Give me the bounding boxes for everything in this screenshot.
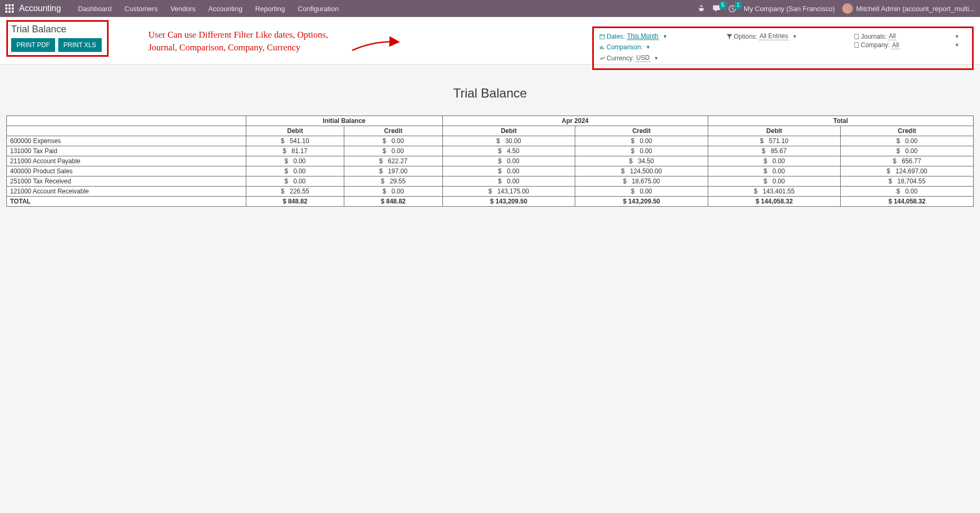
- filter-options-value: All Entries: [759, 32, 789, 40]
- table-cell: $ 197.00: [344, 166, 442, 176]
- company-switcher[interactable]: My Company (San Francisco): [744, 5, 835, 13]
- sub-header-debit1: Debit: [246, 126, 344, 136]
- caret-down-icon: ▼: [955, 34, 959, 39]
- account-cell: 400000 Product Sales: [7, 166, 246, 176]
- table-row: 131000 Tax Paid$ 81.17$ 0.00$ 4.50$ 0.00…: [7, 146, 974, 156]
- table-cell: $ 143,401.55: [708, 187, 841, 197]
- trial-balance-table: Initial Balance Apr 2024 Total Debit Cre…: [6, 116, 974, 207]
- bar-chart-icon: [599, 44, 605, 50]
- table-cell: $ 571.10: [708, 136, 841, 146]
- filter-company-value: All: [891, 41, 900, 49]
- table-cell: $ 0.00: [575, 136, 708, 146]
- filter-comparison[interactable]: Comparison: ▼: [599, 43, 726, 51]
- book-icon: [853, 33, 860, 40]
- total-cell: $ 143,209.50: [575, 197, 708, 207]
- filter-dates-value: This Month: [626, 32, 660, 40]
- table-cell: $ 0.00: [575, 146, 708, 156]
- annotation-arrow-icon: [347, 36, 400, 57]
- menu-accounting[interactable]: Accounting: [202, 5, 248, 13]
- caret-down-icon: ▼: [792, 34, 797, 39]
- annotation-line2: Journal, Comparison, Company, Currency: [148, 41, 328, 54]
- table-cell: $ 0.00: [442, 166, 575, 176]
- title-block: Trial Balance PRINT PDF PRINT XLS: [6, 20, 109, 57]
- menu-reporting[interactable]: Reporting: [249, 5, 291, 13]
- table-cell: $ 0.00: [575, 187, 708, 197]
- group-header-total: Total: [708, 116, 973, 126]
- table-cell: $ 226.55: [246, 187, 344, 197]
- calendar-icon: [599, 33, 605, 40]
- filter-currency[interactable]: Currency: USD ▼: [599, 54, 726, 62]
- total-cell: $ 144,058.32: [708, 197, 841, 207]
- filters-panel: Dates: This Month ▼ Options: All Entries…: [592, 26, 974, 70]
- caret-down-icon: ▼: [646, 45, 651, 50]
- sub-header-credit1: Credit: [344, 126, 442, 136]
- report-area: Trial Balance Initial Balance Apr 2024 T…: [0, 65, 980, 217]
- table-cell: $ 0.00: [442, 176, 575, 187]
- total-label: TOTAL: [7, 197, 246, 207]
- menu-customers[interactable]: Customers: [118, 5, 164, 13]
- table-row: 251000 Tax Received$ 0.00$ 29.55$ 0.00$ …: [7, 176, 974, 187]
- filter-options[interactable]: Options: All Entries ▼: [726, 32, 853, 40]
- print-xls-button[interactable]: PRINT XLS: [58, 38, 102, 52]
- line-chart-icon: [599, 55, 605, 61]
- apps-icon[interactable]: [5, 4, 14, 13]
- bug-icon[interactable]: [698, 5, 705, 12]
- menu-vendors[interactable]: Vendors: [164, 5, 202, 13]
- group-header-period: Apr 2024: [442, 116, 708, 126]
- table-cell: $ 541.10: [246, 136, 344, 146]
- discuss-icon[interactable]: 5: [712, 5, 721, 12]
- annotation-text: User Can use Different Filter Like dates…: [148, 29, 328, 54]
- caret-down-icon: ▼: [663, 34, 667, 39]
- caret-down-icon: ▼: [955, 42, 959, 48]
- table-cell: $ 18,675.00: [575, 176, 708, 187]
- app-brand[interactable]: Accounting: [19, 4, 61, 13]
- account-cell: 211000 Account Payable: [7, 156, 246, 166]
- filter-company-label: Company:: [861, 41, 890, 49]
- total-cell: $ 144,058.32: [841, 197, 974, 207]
- table-cell: $ 30.00: [442, 136, 575, 146]
- sub-header-empty: [7, 126, 246, 136]
- filter-currency-value: USD: [635, 54, 651, 62]
- menu-dashboard[interactable]: Dashboard: [72, 5, 118, 13]
- topbar-right: 5 1 My Company (San Francisco) Mitchell …: [698, 3, 980, 14]
- sub-header-debit2: Debit: [442, 126, 575, 136]
- group-header-initial: Initial Balance: [246, 116, 442, 126]
- filter-options-label: Options:: [734, 33, 758, 40]
- report-title: Trial Balance: [6, 86, 974, 101]
- table-cell: $ 0.00: [246, 176, 344, 187]
- total-cell: $ 848.82: [246, 197, 344, 207]
- activity-icon[interactable]: 1: [728, 5, 736, 13]
- sub-header-credit3: Credit: [841, 126, 974, 136]
- caret-down-icon: ▼: [654, 56, 658, 61]
- total-row: TOTAL$ 848.82$ 848.82$ 143,209.50$ 143,2…: [7, 197, 974, 207]
- page-title: Trial Balance: [11, 24, 103, 35]
- control-panel: Trial Balance PRINT PDF PRINT XLS User C…: [0, 17, 980, 65]
- filter-dates[interactable]: Dates: This Month ▼: [599, 32, 726, 40]
- table-cell: $ 29.55: [344, 176, 442, 187]
- table-cell: $ 0.00: [344, 136, 442, 146]
- table-cell: $ 34.50: [575, 156, 708, 166]
- discuss-badge: 5: [719, 2, 727, 9]
- table-cell: $ 0.00: [708, 166, 841, 176]
- total-cell: $ 143,209.50: [442, 197, 575, 207]
- filter-comparison-label: Comparison:: [607, 43, 643, 51]
- user-menu[interactable]: Mitchell Admin (account_report_multi...: [842, 3, 975, 14]
- sub-header-debit3: Debit: [708, 126, 841, 136]
- account-cell: 251000 Tax Received: [7, 176, 246, 187]
- filter-company[interactable]: Company: All ▼: [853, 39, 959, 51]
- account-cell: 600000 Expenses: [7, 136, 246, 146]
- filter-currency-label: Currency:: [607, 55, 634, 62]
- table-cell: $ 0.00: [442, 156, 575, 166]
- table-row: 600000 Expenses$ 541.10$ 0.00$ 30.00$ 0.…: [7, 136, 974, 146]
- table-cell: $ 81.17: [246, 146, 344, 156]
- table-cell: $ 0.00: [708, 156, 841, 166]
- svg-rect-1: [600, 34, 605, 39]
- print-pdf-button[interactable]: PRINT PDF: [11, 38, 55, 52]
- account-cell: 121000 Account Receivable: [7, 187, 246, 197]
- table-cell: $ 0.00: [841, 187, 974, 197]
- account-cell: 131000 Tax Paid: [7, 146, 246, 156]
- activity-badge: 1: [735, 2, 742, 9]
- topbar-left: Accounting Dashboard Customers Vendors A…: [0, 4, 345, 13]
- menu-configuration[interactable]: Configuration: [291, 5, 345, 13]
- table-cell: $ 0.00: [841, 136, 974, 146]
